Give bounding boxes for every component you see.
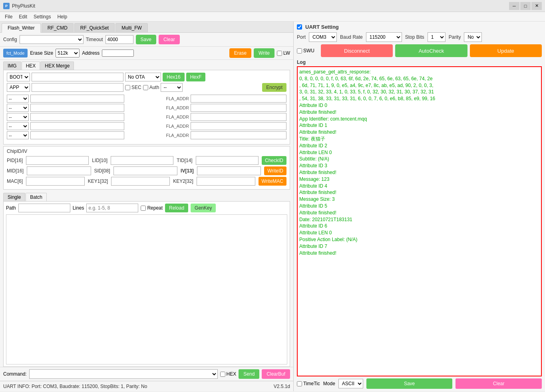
batch-lines-input[interactable] — [86, 204, 138, 212]
mac-label: MAC[6] — [7, 178, 23, 184]
fla-row-4: -- FLA_ADDR — [7, 131, 286, 139]
hex16-button[interactable]: Hex16 — [163, 73, 185, 81]
inner-tab-hex-merge[interactable]: HEX Merge — [40, 61, 74, 70]
address-input[interactable] — [102, 49, 134, 57]
log-clear-button[interactable]: Clear — [455, 378, 542, 389]
tab-multi-fw[interactable]: Multi_FW — [115, 23, 148, 32]
fla-select-4[interactable]: -- — [7, 131, 29, 139]
lid-input[interactable] — [111, 156, 173, 165]
fla-select-3[interactable]: -- — [7, 122, 29, 130]
batch-tab-batch[interactable]: Batch — [26, 193, 47, 201]
fla-input-2[interactable] — [30, 113, 124, 121]
log-save-button[interactable]: Save — [366, 378, 453, 389]
writeid-button[interactable]: WriteID — [264, 166, 286, 175]
mode-select[interactable]: ASCII — [338, 379, 363, 388]
close-button[interactable]: ✕ — [531, 2, 542, 10]
update-button[interactable]: Update — [470, 44, 542, 57]
genkey-button[interactable]: GenKey — [191, 204, 216, 212]
swu-checkbox[interactable] — [297, 48, 302, 53]
auth-checkbox[interactable] — [143, 85, 148, 90]
fla-addr-input-2[interactable] — [191, 113, 286, 121]
send-button[interactable]: Send — [239, 369, 259, 379]
timeout-input[interactable] — [105, 35, 133, 44]
erase-size-select[interactable]: 512k — [56, 49, 80, 57]
sid-input[interactable] — [113, 166, 178, 175]
menu-edit[interactable]: Edit — [16, 13, 30, 20]
pid-input[interactable] — [26, 156, 89, 165]
maximize-button[interactable]: □ — [520, 2, 531, 10]
mid-input[interactable] — [27, 166, 91, 175]
erase-size-label: Erase Size — [30, 50, 53, 56]
command-select[interactable] — [29, 369, 218, 379]
boot-file-input[interactable] — [32, 73, 123, 81]
key1-input[interactable] — [111, 177, 170, 186]
inner-tab-img[interactable]: IMG — [3, 61, 21, 70]
fla-input-3[interactable] — [30, 122, 124, 130]
tab-rf-quickset[interactable]: RF_QuickSet — [74, 23, 115, 32]
menu-settings[interactable]: Settings — [30, 13, 54, 20]
app-file-input[interactable] — [32, 83, 123, 92]
uart-settings-row: Port COM3 Baud Rate 115200 Stop Bits 1 P… — [297, 32, 542, 42]
tid-input[interactable] — [196, 156, 259, 165]
fla-addr-input-1[interactable] — [191, 104, 286, 112]
key2-input[interactable] — [197, 177, 255, 186]
boot-select[interactable]: BOOT — [7, 73, 30, 81]
clearbuf-button[interactable]: ClearBuf — [262, 369, 290, 379]
baud-select[interactable]: 115200 — [366, 32, 402, 42]
mode-button[interactable]: fct_Mode — [3, 49, 28, 57]
fla-select-0[interactable]: -- — [7, 95, 29, 103]
fla-addr-input-4[interactable] — [191, 131, 286, 139]
menu-help[interactable]: Help — [54, 13, 70, 20]
disconnect-button[interactable]: Disconnect — [321, 44, 393, 57]
hex-check-label: HEX — [220, 371, 237, 377]
port-select[interactable]: COM3 — [309, 32, 337, 42]
config-select[interactable] — [20, 35, 84, 44]
fla-input-0[interactable] — [30, 95, 124, 103]
inner-tab-hex[interactable]: HEX — [22, 61, 40, 70]
sec-checkbox[interactable] — [125, 85, 130, 90]
repeat-checkbox[interactable] — [141, 206, 146, 211]
iv-input[interactable] — [197, 166, 261, 175]
hex-checkbox[interactable] — [220, 372, 225, 377]
app-select[interactable]: APP — [7, 83, 30, 92]
erase-button[interactable]: Erase — [229, 48, 251, 58]
log-line: 0, 8, 0, 0, 0, 0, f, 0, 63, 6f, 6d, 2e, … — [299, 75, 539, 82]
uart-enable-checkbox[interactable] — [297, 24, 302, 30]
fla-input-4[interactable] — [30, 131, 124, 139]
log-line: Attribute ID 5 — [299, 203, 539, 210]
batch-textarea[interactable] — [6, 214, 287, 364]
timetic-checkbox[interactable] — [297, 381, 302, 386]
tab-rf-cmd[interactable]: RF_CMD — [42, 23, 74, 32]
save-button[interactable]: Save — [136, 35, 156, 44]
clear-button[interactable]: Clear — [159, 35, 180, 44]
ota-select[interactable]: No OTA — [125, 73, 161, 81]
write-button[interactable]: Write — [254, 48, 274, 58]
menu-file[interactable]: File — [2, 13, 16, 20]
parity-select[interactable]: No — [464, 32, 482, 42]
minimize-button[interactable]: ─ — [509, 2, 519, 10]
fla-select-2[interactable]: -- — [7, 113, 29, 121]
mac-input[interactable] — [26, 177, 85, 186]
fla-addr-input-0[interactable] — [191, 95, 286, 103]
log-line: 3, 0, 31, 32, 33, 4, 1, 0, 33, 5, f, 0, … — [299, 89, 539, 95]
fla-input-1[interactable] — [30, 104, 124, 112]
batch-tab-single[interactable]: Single — [3, 193, 25, 201]
checkid-button[interactable]: CheckID — [262, 156, 286, 165]
address-label: Address — [82, 50, 99, 56]
hexf-button[interactable]: HexF — [186, 73, 206, 81]
log-area[interactable]: ames_parse_get_attrs_response:0, 8, 0, 0… — [297, 66, 542, 376]
app-extra-select[interactable]: -- — [161, 83, 183, 92]
lw-checkbox[interactable] — [277, 51, 282, 56]
stop-select[interactable]: 1 — [428, 32, 446, 42]
autocheck-button[interactable]: AutoCheck — [395, 44, 467, 57]
writemac-button[interactable]: WriteMAC — [259, 177, 286, 186]
erase-row: fct_Mode Erase Size 512k Address Erase W… — [0, 47, 293, 60]
log-line: Attribute finished! — [299, 250, 539, 257]
fla-select-1[interactable]: -- — [7, 104, 29, 112]
encrypt-button[interactable]: Encrypt — [262, 83, 286, 92]
fla-addr-input-3[interactable] — [191, 122, 286, 130]
batch-path-input[interactable] — [18, 204, 70, 212]
log-line: Attribute ID 4 — [299, 183, 539, 190]
reload-button[interactable]: Reload — [165, 204, 188, 212]
tab-flash-writer[interactable]: Flash_Writer — [2, 23, 41, 33]
